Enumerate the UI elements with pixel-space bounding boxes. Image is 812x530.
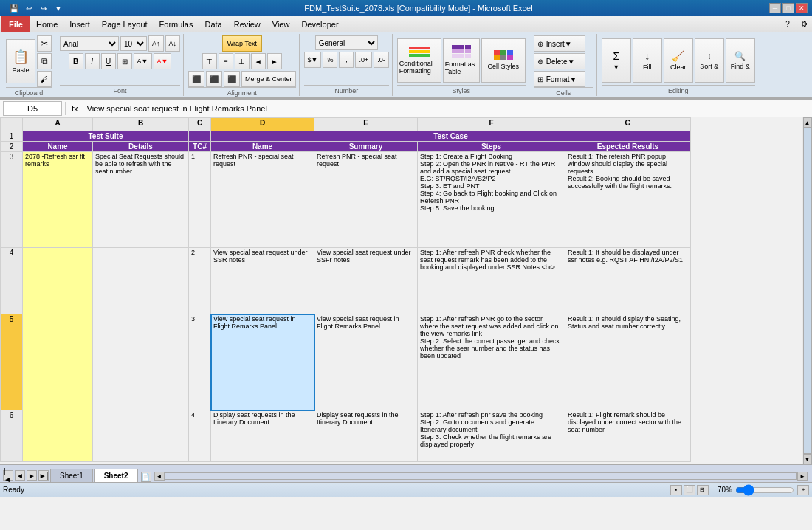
scroll-right-btn[interactable]: ► — [797, 472, 808, 481]
cell-d3[interactable]: Refresh PNR - special seat request — [211, 152, 314, 248]
cell-c5[interactable]: 3 — [189, 314, 211, 410]
cell-e5[interactable]: View special seat request in Flight Rema… — [314, 314, 418, 410]
col-header-f[interactable]: F — [418, 118, 565, 131]
cell-f5[interactable]: Step 1: After refresh PNR go to the sect… — [418, 314, 565, 410]
scroll-up-btn[interactable]: ▲ — [803, 117, 812, 128]
sort-filter-btn[interactable]: ↕ Sort & — [695, 38, 724, 83]
page-layout-btn[interactable]: ⬜ — [684, 485, 695, 495]
cell-c2[interactable]: TC# — [189, 142, 211, 152]
indent-decrease-btn[interactable]: ◄ — [251, 53, 266, 69]
border-btn[interactable]: ⊞ — [117, 53, 132, 69]
cell-g2[interactable]: Espected Results — [565, 142, 691, 152]
horizontal-scrollbar[interactable]: ◄ ► — [151, 470, 811, 482]
cell-b3[interactable]: Special Seat Requests should be able to … — [93, 152, 189, 248]
autosum-btn[interactable]: Σ ▼ — [602, 38, 631, 83]
align-right-btn[interactable]: ⬛ — [224, 71, 240, 87]
cell-a5[interactable] — [23, 314, 93, 410]
page-layout-menu-item[interactable]: Page Layout — [96, 16, 154, 32]
cell-f3[interactable]: Step 1: Create a Flight BookingStep 2: O… — [418, 152, 565, 248]
col-header-d[interactable]: D — [211, 118, 314, 131]
font-color-btn[interactable]: A▼ — [154, 53, 172, 69]
prev-sheet-btn[interactable]: ◄ — [15, 470, 25, 481]
conditional-formatting-btn[interactable]: Conditional Formatting — [397, 38, 441, 83]
new-sheet-btn[interactable]: 📄 — [141, 472, 151, 482]
copy-btn[interactable]: ⧉ — [37, 53, 52, 69]
developer-menu-item[interactable]: Developer — [295, 16, 344, 32]
increase-font-btn[interactable]: A↑ — [148, 35, 164, 52]
review-menu-item[interactable]: Review — [228, 16, 266, 32]
decrease-font-btn[interactable]: A↓ — [165, 35, 181, 52]
cell-styles-btn[interactable]: Cell Styles — [481, 38, 526, 83]
cell-b6[interactable] — [93, 410, 189, 462]
scroll-left-btn[interactable]: ◄ — [154, 472, 165, 481]
col-header-c[interactable]: C — [189, 118, 211, 131]
cell-g6[interactable]: Result 1: Flight remark should be displa… — [565, 410, 691, 462]
cell-d6[interactable]: Display seat requests in the Itinerary D… — [211, 410, 314, 462]
increase-decimal-btn[interactable]: .0+ — [355, 52, 372, 68]
cell-b5[interactable] — [93, 314, 189, 410]
options-btn[interactable]: ⚙ — [797, 18, 811, 31]
align-bottom-btn[interactable]: ⊥ — [235, 53, 250, 69]
cell-d4[interactable]: View special seat request under SSR note… — [211, 248, 314, 314]
cell-c6[interactable]: 4 — [189, 410, 211, 462]
cell-d5[interactable]: View special seat request in Flight Rema… — [211, 314, 314, 410]
clear-btn[interactable]: 🧹 Clear — [664, 38, 693, 83]
format-painter-btn[interactable]: 🖌 — [37, 71, 52, 87]
file-menu-btn[interactable]: File — [1, 16, 30, 32]
fill-color-btn[interactable]: A▼ — [134, 53, 152, 69]
currency-btn[interactable]: $▼ — [304, 52, 322, 68]
view-menu-item[interactable]: View — [266, 16, 296, 32]
cell-a1[interactable]: Test Suite — [23, 131, 189, 142]
cell-e4[interactable]: View special seat request under SSFr not… — [314, 248, 418, 314]
font-name-select[interactable]: Arial — [60, 36, 119, 51]
cell-a3[interactable]: 2078 -Refresh ssr flt remarks — [23, 152, 93, 248]
home-menu-item[interactable]: Home — [30, 16, 63, 32]
align-center-btn[interactable]: ⬛ — [206, 71, 222, 87]
restore-btn[interactable]: □ — [782, 3, 794, 13]
format-btn[interactable]: ⊞ Format▼ — [534, 71, 585, 87]
comma-btn[interactable]: , — [339, 52, 354, 68]
delete-btn[interactable]: ⊖ Delete▼ — [534, 53, 585, 69]
more-qa-btn[interactable]: ▼ — [52, 1, 65, 15]
cell-c1[interactable] — [189, 131, 211, 142]
help-btn[interactable]: ? — [781, 18, 794, 31]
sheet1-tab[interactable]: Sheet1 — [50, 469, 93, 482]
cell-f6[interactable]: Step 1: After refresh pnr save the booki… — [418, 410, 565, 462]
sheet2-tab[interactable]: Sheet2 — [94, 469, 138, 482]
save-qa-btn[interactable]: 💾 — [7, 1, 21, 15]
cell-f2[interactable]: Steps — [418, 142, 565, 152]
page-break-btn[interactable]: ⊟ — [697, 485, 709, 495]
cell-c4[interactable]: 2 — [189, 248, 211, 314]
next-sheet-btn[interactable]: ► — [27, 470, 37, 481]
cell-g5[interactable]: Result 1: It should display the Seating,… — [565, 314, 691, 410]
col-header-b[interactable]: B — [93, 118, 189, 131]
insert-btn[interactable]: ⊕ Insert▼ — [534, 35, 585, 52]
first-sheet-btn[interactable]: |◄ — [3, 470, 13, 481]
format-as-table-btn[interactable]: Format as Table — [443, 38, 480, 83]
cell-a4[interactable] — [23, 248, 93, 314]
cell-g3[interactable]: Result 1: The refersh PNR popup window s… — [565, 152, 691, 248]
number-format-select[interactable]: General — [315, 35, 378, 50]
cell-g4[interactable]: Result 1: It should be displayed under s… — [565, 248, 691, 314]
cell-d1[interactable]: Test Case — [211, 131, 691, 142]
normal-view-btn[interactable]: ▪ — [670, 485, 682, 495]
align-top-btn[interactable]: ⊤ — [202, 53, 217, 69]
bold-btn[interactable]: B — [69, 53, 83, 69]
col-header-a[interactable]: A — [23, 118, 93, 131]
scroll-thumb[interactable] — [803, 128, 812, 454]
fill-btn[interactable]: ↓ Fill — [633, 38, 662, 83]
percent-btn[interactable]: % — [323, 52, 337, 68]
paste-btn[interactable]: 📋 Paste — [6, 39, 35, 83]
cell-a6[interactable] — [23, 410, 93, 462]
find-select-btn[interactable]: 🔍 Find & — [726, 38, 755, 83]
wrap-text-btn[interactable]: Wrap Text — [222, 35, 262, 52]
cut-btn[interactable]: ✂ — [37, 35, 52, 52]
cell-b2[interactable]: Details — [93, 142, 189, 152]
italic-btn[interactable]: I — [85, 53, 100, 69]
formulas-menu-item[interactable]: Formulas — [154, 16, 199, 32]
last-sheet-btn[interactable]: ►| — [38, 470, 49, 481]
merge-center-btn[interactable]: Merge & Center — [241, 71, 296, 87]
cell-c3[interactable]: 1 — [189, 152, 211, 248]
cell-e6[interactable]: Display seat requests in the Itinerary D… — [314, 410, 418, 462]
col-header-e[interactable]: E — [314, 118, 418, 131]
